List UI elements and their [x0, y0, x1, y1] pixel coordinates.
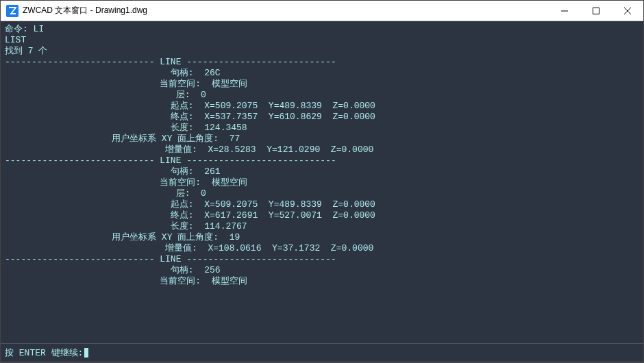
- window-title: ZWCAD 文本窗口 - Drawing1.dwg: [23, 5, 147, 16]
- cursor-icon: [84, 348, 88, 358]
- close-button[interactable]: [612, 1, 643, 21]
- prompt-text: 按 ENTER 键继续:: [5, 347, 83, 359]
- window-controls: [549, 1, 643, 21]
- titlebar: ZWCAD 文本窗口 - Drawing1.dwg: [1, 1, 643, 21]
- svg-rect-1: [593, 8, 599, 14]
- command-prompt[interactable]: 按 ENTER 键继续:: [1, 343, 643, 362]
- maximize-button[interactable]: [580, 1, 612, 21]
- minimize-button[interactable]: [549, 1, 580, 21]
- app-icon: [6, 5, 18, 17]
- terminal-output[interactable]: 命令: LI LIST 找到 7 个 ---------------------…: [1, 21, 643, 343]
